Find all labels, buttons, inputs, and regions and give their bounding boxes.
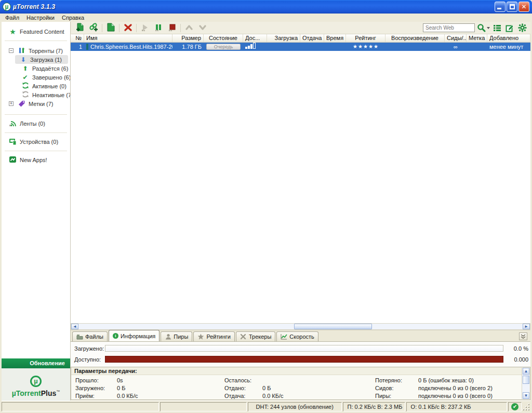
featured-label: Featured Content: [20, 29, 64, 35]
double-chevron-down-icon: [521, 334, 526, 339]
scroll-down-arrow-icon[interactable]: ▼: [523, 392, 529, 399]
column-header-size[interactable]: Размер: [172, 34, 204, 42]
maximize-button[interactable]: [507, 2, 517, 12]
tab-ratings-label: Рейтинги: [206, 334, 231, 340]
toolbar-separator: [180, 24, 181, 32]
search-dropdown-caret-icon[interactable]: [487, 27, 490, 29]
add-torrent-button[interactable]: [73, 22, 87, 34]
sidebar-item-torrents[interactable]: − Торренты (7): [2, 46, 70, 55]
scroll-right-arrow-icon[interactable]: ►: [523, 324, 530, 329]
start-button[interactable]: [138, 22, 152, 34]
column-header-rating[interactable]: Рейтинг: [346, 34, 385, 42]
transfer-parameters-panel: Параметры передачи: Прошло: 0s Загружено…: [71, 367, 530, 400]
menu-bar: Файл Настройки Справка: [2, 14, 530, 22]
sidebar-item-inactive[interactable]: Неактивные (7): [2, 90, 70, 99]
transfer-parameters-title: Параметры передачи:: [71, 367, 530, 375]
move-up-button[interactable]: [182, 22, 196, 34]
active-label: Активные (0): [32, 83, 66, 89]
column-header-added[interactable]: Добавлено: [487, 34, 530, 42]
column-header-eta[interactable]: Время: [324, 34, 346, 42]
column-header-name[interactable]: Имя: [84, 34, 172, 42]
cell-availability: [243, 43, 267, 51]
trackers-icon: [240, 334, 247, 340]
column-header-availability[interactable]: Дос...: [243, 34, 267, 42]
finished-label: Завершено (6): [32, 74, 71, 81]
menu-help[interactable]: Справка: [58, 14, 88, 21]
close-button[interactable]: ✕: [518, 2, 529, 12]
sidebar-item-labels[interactable]: + Метки (7): [2, 99, 70, 108]
stop-button[interactable]: [165, 22, 179, 34]
receive-rate-value: 0.0 КБ/с: [117, 393, 138, 399]
create-torrent-button[interactable]: [104, 22, 117, 34]
tab-speed[interactable]: Скорость: [276, 331, 318, 341]
column-header-upload[interactable]: Отдача: [300, 34, 324, 42]
cell-status: Очередь: [204, 43, 243, 51]
tab-ratings[interactable]: Рейтинги: [193, 331, 235, 341]
horizontal-scrollbar[interactable]: ◄ ►: [71, 323, 530, 330]
inactive-label: Неактивные (7): [32, 92, 71, 98]
sidebar-item-downloading[interactable]: ⬇ Загрузка (1): [15, 55, 68, 64]
seeding-label: Раздаётся (6): [32, 65, 68, 72]
sidebar-item-finished[interactable]: ✔ Завершено (6): [2, 73, 70, 82]
toolbar: [71, 22, 530, 34]
maximize-icon: [510, 4, 515, 9]
resize-grip[interactable]: [523, 402, 530, 411]
rss-feed-icon: [9, 119, 17, 128]
cell-name: Chris.Spheeris.Best.Hits.1987-2012....: [84, 43, 172, 51]
compose-settings-button[interactable]: [504, 22, 515, 34]
availability-bar: [105, 356, 503, 363]
column-header-playback[interactable]: Воспроизведение: [385, 34, 445, 42]
scrollbar-thumb[interactable]: [294, 324, 372, 329]
status-dht: DHT: 244 узлов (обновление): [248, 402, 342, 411]
tab-peers[interactable]: Пиры: [161, 331, 192, 341]
scrollbar-track[interactable]: [78, 324, 523, 329]
expand-box-icon[interactable]: +: [9, 101, 14, 106]
menu-file[interactable]: Файл: [2, 14, 23, 21]
cell-playback: [385, 43, 445, 51]
devices-icon: [9, 138, 17, 146]
column-header-status[interactable]: Состояние: [204, 34, 243, 42]
elapsed-value: 0s: [117, 377, 123, 383]
menu-settings[interactable]: Настройки: [23, 14, 58, 21]
add-link-button[interactable]: [87, 22, 100, 34]
column-header-label[interactable]: Метка: [467, 34, 487, 42]
scroll-up-arrow-icon[interactable]: ▲: [523, 368, 529, 375]
tab-files[interactable]: Файлы: [72, 331, 108, 341]
search-button[interactable]: [477, 23, 490, 33]
detailed-view-button[interactable]: [492, 22, 502, 34]
move-down-button[interactable]: [196, 22, 209, 34]
table-row[interactable]: 1 Chris.Spheeris.Best.Hits.1987-2012....…: [71, 43, 530, 51]
tab-information[interactable]: i Информация: [109, 330, 159, 341]
vertical-scrollbar[interactable]: ▲ ▼: [522, 368, 529, 399]
sidebar-item-active[interactable]: Активные (0): [2, 82, 70, 90]
column-header-seeds-peers[interactable]: Сиды/...: [445, 34, 467, 42]
scrollbar-thumb[interactable]: [523, 376, 529, 384]
utorrent-plus-wordmark[interactable]: µTorrentPlus™: [2, 389, 70, 397]
create-torrent-icon: [107, 23, 115, 33]
sidebar-item-featured-content[interactable]: ★ Featured Content: [2, 26, 70, 37]
collapse-box-icon[interactable]: −: [9, 48, 14, 53]
update-banner[interactable]: Обновление: [2, 358, 70, 368]
torrent-list-empty-area[interactable]: [71, 51, 530, 323]
feeds-label: Ленты (0): [20, 121, 45, 127]
sidebar-item-devices[interactable]: Устройства (0): [2, 136, 70, 148]
sync-inactive-icon: [21, 91, 29, 99]
column-header-download[interactable]: Загрузка: [267, 34, 300, 42]
pause-button[interactable]: [152, 22, 165, 34]
tab-trackers[interactable]: Трекеры: [236, 331, 275, 341]
column-header-number[interactable]: №: [71, 34, 84, 42]
gear-icon-button[interactable]: [517, 22, 527, 34]
torrent-list-header: № Имя Размер Состояние Дос... Загрузка О…: [71, 34, 530, 43]
remove-button[interactable]: [121, 22, 135, 34]
scroll-left-arrow-icon[interactable]: ◄: [71, 324, 78, 329]
chevron-down-icon: [198, 24, 207, 32]
sidebar-item-seeding[interactable]: ⬆ Раздаётся (6): [2, 64, 70, 73]
minimize-button[interactable]: [495, 2, 506, 12]
sidebar-item-feeds[interactable]: Ленты (0): [2, 118, 70, 129]
sidebar-divider: [5, 151, 67, 151]
title-bar[interactable]: µ µTorrent 3.1.3 ✕: [0, 0, 532, 14]
downloaded-progress-bar: [105, 345, 503, 352]
search-input[interactable]: [423, 23, 475, 32]
collapse-detail-button[interactable]: [519, 332, 527, 340]
sidebar-item-new-apps[interactable]: New Apps!: [2, 154, 70, 166]
